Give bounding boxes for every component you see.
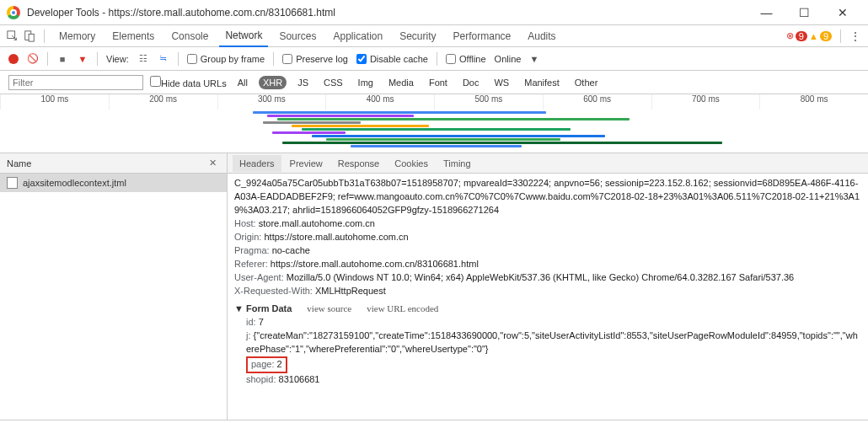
filter-type-doc[interactable]: Doc (458, 76, 484, 89)
referer-key: Referer: (234, 259, 268, 269)
shopid-value: 83106681 (276, 374, 319, 384)
filter-type-other[interactable]: Other (571, 76, 603, 89)
filter-type-all[interactable]: All (233, 76, 252, 89)
filter-type-js[interactable]: JS (293, 76, 313, 89)
origin-value: https://store.mall.autohome.com.cn (261, 232, 408, 242)
detail-tab-response[interactable]: Response (331, 155, 387, 172)
filter-type-font[interactable]: Font (425, 76, 452, 89)
referer-value: https://store.mall.autohome.com.cn/83106… (268, 259, 479, 269)
tick: 100 ms (0, 94, 109, 110)
chrome-icon (7, 6, 20, 19)
tab-sources[interactable]: Sources (273, 26, 322, 46)
window-title: Developer Tools - https://store.mall.aut… (27, 7, 747, 19)
detail-tabs: HeadersPreviewResponseCookiesTiming (228, 153, 868, 174)
filter-type-xhr[interactable]: XHR (259, 76, 287, 89)
form-data-section[interactable]: ▼ Form Data (234, 303, 292, 313)
filter-bar: Hide data URLs AllXHRJSCSSImgMediaFontDo… (0, 71, 868, 94)
preserve-log-checkbox[interactable]: Preserve log (282, 54, 348, 64)
svg-rect-2 (29, 34, 34, 41)
tab-memory[interactable]: Memory (53, 26, 101, 46)
hide-data-urls-checkbox[interactable]: Hide data URLs (150, 76, 227, 88)
inspect-element-icon[interactable] (7, 30, 19, 42)
host-value: store.mall.autohome.com.cn (256, 218, 375, 228)
timeline-ticks: 100 ms200 ms300 ms400 ms500 ms600 ms700 … (0, 94, 868, 110)
j-value: {"createMan":"18273159100","createTime":… (246, 330, 858, 354)
group-by-frame-checkbox[interactable]: Group by frame (187, 54, 265, 64)
close-details-icon[interactable]: ✕ (206, 158, 220, 169)
maximize-button[interactable]: ☐ (785, 0, 823, 25)
tick: 700 ms (651, 94, 760, 110)
tab-elements[interactable]: Elements (106, 26, 160, 46)
page-param-highlight: page: 2 (246, 356, 287, 373)
user-agent-value: Mozilla/5.0 (Windows NT 10.0; Win64; x64… (284, 272, 795, 282)
filter-icon[interactable]: ▼ (77, 53, 88, 65)
tab-network[interactable]: Network (219, 25, 268, 47)
tick: 600 ms (543, 94, 651, 110)
kebab-menu-icon[interactable]: ⋮ (849, 29, 861, 43)
tab-application[interactable]: Application (327, 26, 388, 46)
separator (840, 29, 841, 43)
detail-tab-headers[interactable]: Headers (233, 155, 281, 172)
tick: 800 ms (759, 94, 868, 110)
record-button[interactable] (8, 54, 19, 64)
network-toolbar: 🚫 ■ ▼ View: ☷ ≒ Group by frame Preserve … (0, 47, 868, 71)
pragma-value: no-cache (270, 245, 310, 255)
filter-type-media[interactable]: Media (384, 76, 418, 89)
filter-type-img[interactable]: Img (354, 76, 378, 89)
disable-cache-checkbox[interactable]: Disable cache (356, 54, 428, 64)
tick: 500 ms (434, 94, 543, 110)
device-toggle-icon[interactable] (24, 30, 35, 42)
page-key: page: (251, 359, 275, 369)
error-count: 9 (796, 31, 807, 41)
clear-icon[interactable]: 🚫 (27, 53, 39, 65)
x-requested-with-key: X-Requested-With: (234, 286, 313, 296)
warning-icon: ▲ (809, 31, 818, 41)
request-details: HeadersPreviewResponseCookiesTiming C_99… (228, 153, 868, 420)
shopid-key: shopid: (246, 374, 276, 384)
filter-type-ws[interactable]: WS (490, 76, 513, 89)
view-large-icon[interactable]: ≒ (158, 53, 169, 65)
tab-console[interactable]: Console (165, 26, 214, 46)
detail-tab-cookies[interactable]: Cookies (388, 155, 435, 172)
view-url-encoded-link[interactable]: view URL encoded (367, 303, 438, 313)
tick: 400 ms (325, 94, 434, 110)
tab-audits[interactable]: Audits (522, 26, 561, 46)
page-value: 2 (275, 359, 282, 369)
x-requested-with-value: XMLHttpRequest (313, 286, 386, 296)
network-content: Name ✕ ajaxsitemodlecontext.jtml Headers… (0, 153, 868, 420)
tab-security[interactable]: Security (394, 26, 442, 46)
tick: 300 ms (217, 94, 326, 110)
camera-icon[interactable]: ■ (56, 53, 68, 65)
separator (44, 29, 45, 43)
id-key: id: (246, 317, 256, 327)
name-column-header[interactable]: Name (7, 158, 31, 169)
tick: 200 ms (109, 94, 217, 110)
main-tabs: MemoryElementsConsoleNetworkSourcesAppli… (0, 25, 868, 47)
minimize-button[interactable]: — (747, 0, 785, 25)
filter-type-manifest[interactable]: Manifest (520, 76, 564, 89)
user-agent-key: User-Agent: (234, 272, 284, 282)
close-button[interactable]: ✕ (823, 0, 861, 25)
status-bar: 1 / 21 requests | 3.5 KB / 1.3 MB transf… (0, 420, 868, 423)
request-name: ajaxsitemodlecontext.jtml (23, 178, 126, 188)
request-list: Name ✕ ajaxsitemodlecontext.jtml (0, 153, 228, 420)
titlebar: Developer Tools - https://store.mall.aut… (0, 0, 868, 25)
warning-count: 9 (820, 31, 832, 41)
view-list-icon[interactable]: ☷ (137, 53, 149, 65)
id-value: 7 (256, 317, 264, 327)
error-icon: ⊗ (786, 30, 794, 41)
throttle-select[interactable]: Online (495, 54, 522, 64)
filter-input[interactable] (8, 75, 143, 90)
error-count-badge[interactable]: ⊗ 9 ▲ 9 (786, 30, 832, 41)
request-row[interactable]: ajaxsitemodlecontext.jtml (0, 174, 227, 192)
tab-performance[interactable]: Performance (447, 26, 517, 46)
dropdown-icon[interactable]: ▼ (529, 54, 538, 64)
view-source-link[interactable]: view source (307, 303, 351, 313)
detail-tab-preview[interactable]: Preview (283, 155, 330, 172)
timeline-bars (253, 111, 742, 149)
cookie-line: C_9924a05a75Car05ubbTb31aT638b07=1518958… (234, 177, 861, 217)
offline-checkbox[interactable]: Offline (446, 54, 486, 64)
timeline-overview[interactable]: 100 ms200 ms300 ms400 ms500 ms600 ms700 … (0, 94, 868, 153)
filter-type-css[interactable]: CSS (319, 76, 347, 89)
detail-tab-timing[interactable]: Timing (437, 155, 478, 172)
